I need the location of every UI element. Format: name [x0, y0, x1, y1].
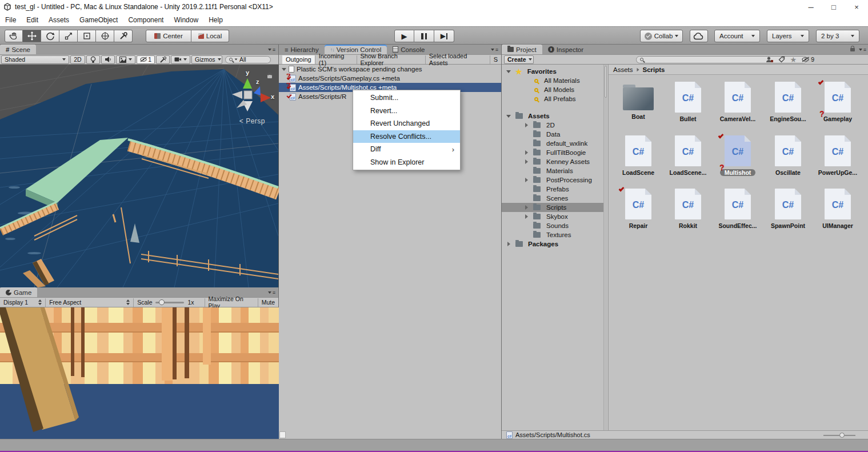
project-panel-menu[interactable]: ≡: [850, 47, 866, 53]
layers-dropdown[interactable]: Layers: [767, 30, 809, 42]
axis-z-label[interactable]: z: [256, 78, 259, 85]
cloud-button[interactable]: [690, 30, 708, 42]
settings-button-truncated[interactable]: S: [490, 55, 501, 64]
collab-filter-icon[interactable]: [766, 56, 773, 63]
tab-project[interactable]: Project: [502, 45, 542, 54]
gizmos-dropdown[interactable]: Gizmos: [191, 55, 222, 64]
tab-hierarchy[interactable]: ≡Hierarchy: [279, 45, 325, 54]
move-tool-button[interactable]: [23, 30, 41, 42]
hand-tool-button[interactable]: [5, 30, 23, 42]
tab-scene[interactable]: #Scene: [0, 45, 36, 54]
scale-slider[interactable]: [155, 299, 184, 305]
tree-item-textures[interactable]: Textures: [502, 230, 607, 239]
close-button[interactable]: ×: [845, 0, 868, 14]
menu-edit[interactable]: Edit: [21, 16, 43, 24]
lighting-toggle[interactable]: [86, 55, 100, 64]
tree-item-all-materials[interactable]: All Materials: [502, 76, 607, 85]
asset-item-spawnpoint[interactable]: C#SpawnPoint: [764, 187, 812, 229]
audio-toggle[interactable]: [101, 55, 115, 64]
show-branch-explorer-button[interactable]: Show Branch Explorer: [357, 55, 426, 64]
menu-item-show-in-explorer[interactable]: Show in Explorer: [353, 156, 460, 169]
aspect-dropdown[interactable]: Free Aspect: [46, 298, 134, 307]
tree-item-postprocessing[interactable]: PostProcessing: [502, 175, 607, 185]
scene-search-input[interactable]: All: [225, 56, 271, 63]
game-viewport[interactable]: [0, 307, 279, 439]
hidden-count-button[interactable]: 9: [802, 56, 814, 63]
minimize-button[interactable]: ─: [799, 0, 822, 14]
tree-packages-root[interactable]: Packages: [502, 239, 607, 249]
incoming-tab-button[interactable]: Incoming (1): [315, 55, 357, 64]
custom-tool-button[interactable]: [114, 30, 133, 42]
asset-item-gameplay[interactable]: ?C#Gameplay: [814, 81, 862, 122]
asset-item-enginesou[interactable]: C#EngineSou...: [764, 81, 812, 122]
changed-file-row[interactable]: c#? Assets/Scripts/Gameplay.cs +meta: [279, 74, 501, 83]
menu-file[interactable]: File: [0, 16, 21, 24]
layout-dropdown[interactable]: 2 by 3: [816, 30, 859, 42]
pivot-local-button[interactable]: Local: [191, 30, 229, 42]
create-dropdown[interactable]: Create: [504, 55, 534, 64]
tab-inspector[interactable]: iInspector: [542, 45, 589, 54]
maximize-on-play-toggle[interactable]: Maximize On Play: [205, 298, 258, 307]
tree-item-fulltiltboogie[interactable]: FullTiltBoogie: [502, 148, 607, 157]
transform-tool-button[interactable]: [96, 30, 114, 42]
game-panel-menu[interactable]: ≡: [268, 290, 275, 295]
menu-window[interactable]: Window: [169, 16, 203, 24]
scene-panel-menu[interactable]: ≡: [268, 47, 275, 53]
tree-item-prefabs[interactable]: Prefabs: [502, 185, 607, 194]
pause-button[interactable]: [414, 30, 434, 42]
play-button[interactable]: ▶: [394, 30, 414, 42]
camera-dropdown[interactable]: [171, 55, 190, 64]
asset-item-cameravel[interactable]: C#CameraVel...: [714, 81, 762, 122]
axis-y-label[interactable]: y: [246, 69, 249, 76]
menu-assets[interactable]: Assets: [43, 16, 74, 24]
menu-item-submit[interactable]: Submit...: [353, 91, 460, 105]
menu-item-revert-unchanged[interactable]: Revert Unchanged: [353, 117, 460, 130]
tree-item-default-wxlink[interactable]: default_wxlink: [502, 139, 607, 148]
asset-item-loadscene[interactable]: C#LoadScene: [614, 134, 662, 176]
display-dropdown[interactable]: Display 1: [0, 298, 46, 307]
asset-item-bullet[interactable]: C#Bullet: [664, 81, 712, 122]
tree-scrollbar[interactable]: [603, 65, 607, 430]
lock-icon[interactable]: [850, 48, 855, 51]
asset-item-soundeffec[interactable]: C#SoundEffec...: [714, 187, 762, 229]
favorite-star-icon[interactable]: ★: [790, 55, 797, 64]
label-icon[interactable]: [778, 56, 785, 63]
collab-button[interactable]: Collab: [640, 30, 683, 42]
asset-item-rokkit[interactable]: C#Rokkit: [664, 187, 712, 229]
tab-game[interactable]: Game: [0, 287, 37, 297]
rotate-tool-button[interactable]: [41, 30, 59, 42]
asset-item-loadscene2[interactable]: C#LoadScene...: [664, 134, 712, 176]
effects-dropdown[interactable]: [116, 55, 135, 64]
maximize-button[interactable]: □: [822, 0, 845, 14]
tree-item-data[interactable]: Data: [502, 130, 607, 139]
rect-tool-button[interactable]: [78, 30, 96, 42]
asset-item-oscillate[interactable]: C#Oscillate: [764, 134, 812, 176]
scene-viewport[interactable]: y z x < Persp: [0, 65, 279, 287]
select-loaded-assets-button[interactable]: Select loaded Assets: [426, 55, 490, 64]
tree-item-all-prefabs[interactable]: All Prefabs: [502, 94, 607, 103]
outgoing-tab-button[interactable]: Outgoing: [282, 55, 315, 64]
account-dropdown[interactable]: Account: [714, 30, 760, 42]
tree-assets-root[interactable]: Assets: [502, 111, 607, 121]
mute-toggle[interactable]: Mute: [258, 298, 278, 307]
perspective-toggle[interactable]: < Persp: [239, 117, 265, 125]
asset-item-uimanager[interactable]: C#UIManager: [814, 187, 862, 229]
pivot-center-button[interactable]: Center: [146, 30, 191, 42]
tree-item-2d[interactable]: 2D: [502, 121, 607, 130]
tree-favorites[interactable]: ★Favorites: [502, 67, 607, 76]
hidden-objects-button[interactable]: 1: [137, 55, 155, 64]
menu-component[interactable]: Component: [123, 16, 169, 24]
step-button[interactable]: ▶: [434, 30, 454, 42]
tree-item-materials[interactable]: Materials: [502, 166, 607, 175]
menu-item-resolve-conflicts[interactable]: Resolve Conflicts...: [353, 130, 460, 143]
tree-item-scripts[interactable]: Scripts: [502, 203, 607, 212]
tree-item-scenes[interactable]: Scenes: [502, 194, 607, 203]
menu-item-diff[interactable]: Diff›: [353, 143, 460, 156]
2d-toggle[interactable]: 2D: [70, 55, 85, 64]
breadcrumb-assets[interactable]: Assets: [613, 66, 633, 73]
breadcrumb-scripts[interactable]: Scripts: [643, 66, 665, 73]
asset-item-powerupge[interactable]: C#PowerUpGe...: [814, 134, 862, 176]
menu-item-revert[interactable]: Revert...: [353, 105, 460, 118]
menu-help[interactable]: Help: [203, 16, 228, 24]
tree-item-sounds[interactable]: Sounds: [502, 221, 607, 230]
